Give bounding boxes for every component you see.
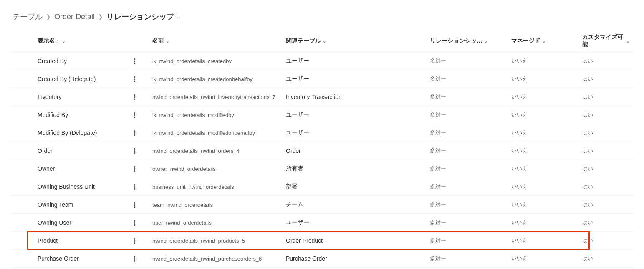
header-display-name[interactable]: 表示名 ↑ ⌄ bbox=[33, 37, 148, 45]
cell-managed: いいえ bbox=[507, 165, 578, 173]
table-row[interactable]: Modified By (Delegate)•••lk_nwind_orderd… bbox=[10, 124, 634, 142]
header-customizable[interactable]: カスタマイズ可能 ⌄ bbox=[578, 33, 634, 48]
table-row[interactable]: Created By•••lk_nwind_orderdetails_creat… bbox=[10, 52, 634, 70]
more-actions-icon[interactable]: ••• bbox=[132, 238, 136, 244]
cell-display-name[interactable]: Purchase Order••• bbox=[33, 255, 148, 262]
cell-customizable: はい bbox=[578, 93, 634, 101]
more-actions-icon[interactable]: ••• bbox=[132, 76, 136, 82]
cell-name: lk_nwind_orderdetails_createdby bbox=[148, 58, 282, 64]
chevron-down-icon[interactable]: ⌄ bbox=[484, 39, 487, 43]
table-row[interactable]: Purchase Order•••nwind_orderdetails_nwin… bbox=[10, 250, 634, 268]
table-row[interactable]: Product•••nwind_orderdetails_nwind_produ… bbox=[10, 232, 634, 250]
chevron-down-icon[interactable]: ⌄ bbox=[323, 39, 326, 43]
header-relationship-type[interactable]: リレーションシッ… ⌄ bbox=[426, 37, 507, 45]
cell-managed: いいえ bbox=[507, 147, 578, 155]
cell-customizable: はい bbox=[578, 147, 634, 155]
cell-name: user_nwind_orderdetails bbox=[148, 220, 282, 226]
cell-relationship-type: 多対一 bbox=[426, 201, 507, 208]
more-actions-icon[interactable]: ••• bbox=[132, 148, 136, 154]
more-actions-icon[interactable]: ••• bbox=[132, 130, 136, 136]
cell-display-name[interactable]: Owning Business Unit••• bbox=[33, 183, 148, 190]
cell-customizable: はい bbox=[578, 201, 634, 208]
chevron-down-icon[interactable]: ⌄ bbox=[626, 39, 629, 43]
cell-managed: いいえ bbox=[507, 219, 578, 226]
more-actions-icon[interactable]: ••• bbox=[132, 112, 136, 118]
cell-name: nwind_orderdetails_nwind_products_5 bbox=[148, 238, 282, 244]
chevron-down-icon[interactable]: ⌄ bbox=[542, 39, 546, 43]
cell-managed: いいえ bbox=[507, 201, 578, 208]
table-row[interactable]: Owning Team•••team_nwind_orderdetailsチーム… bbox=[10, 196, 634, 214]
cell-managed: いいえ bbox=[507, 129, 578, 137]
cell-display-name[interactable]: Owning User••• bbox=[33, 219, 148, 226]
chevron-down-icon[interactable]: ⌄ bbox=[177, 14, 181, 20]
header-name[interactable]: 名前 ⌄ bbox=[148, 37, 282, 45]
cell-name: nwind_orderdetails_nwind_inventorytransa… bbox=[148, 94, 282, 100]
header-managed[interactable]: マネージド ⌄ bbox=[507, 37, 578, 45]
cell-display-name[interactable]: Owning Team••• bbox=[33, 201, 148, 208]
cell-name: nwind_orderdetails_nwind_orders_4 bbox=[148, 148, 282, 154]
breadcrumb-root[interactable]: テーブル bbox=[13, 12, 43, 22]
cell-related-table: ユーザー bbox=[282, 75, 426, 83]
cell-managed: いいえ bbox=[507, 111, 578, 119]
table-row[interactable]: Owner•••owner_nwind_orderdetails所有者多対一いい… bbox=[10, 160, 634, 178]
more-actions-icon[interactable]: ••• bbox=[132, 58, 136, 64]
more-actions-icon[interactable]: ••• bbox=[132, 256, 136, 262]
breadcrumb-table[interactable]: Order Detail bbox=[54, 13, 95, 21]
cell-customizable: はい bbox=[578, 255, 634, 262]
table-header-row: 表示名 ↑ ⌄ 名前 ⌄ 関連テーブル ⌄ リレーションシッ… ⌄ マネージド … bbox=[10, 30, 634, 52]
cell-relationship-type: 多対一 bbox=[426, 183, 507, 190]
cell-customizable: はい bbox=[578, 183, 634, 190]
cell-related-table: Order Product bbox=[282, 237, 426, 244]
more-actions-icon[interactable]: ••• bbox=[132, 166, 136, 172]
cell-relationship-type: 多対一 bbox=[426, 219, 507, 226]
cell-display-name-text: Created By (Delegate) bbox=[38, 76, 96, 82]
cell-display-name[interactable]: Order••• bbox=[33, 147, 148, 154]
cell-relationship-type: 多対一 bbox=[426, 111, 507, 119]
breadcrumb-current[interactable]: リレーションシップ bbox=[106, 12, 174, 22]
cell-display-name-text: Product bbox=[38, 237, 58, 244]
cell-display-name[interactable]: Modified By (Delegate)••• bbox=[33, 129, 148, 136]
cell-customizable: はい bbox=[578, 57, 634, 65]
cell-display-name[interactable]: Product••• bbox=[33, 237, 148, 244]
breadcrumb: テーブル ❯ Order Detail ❯ リレーションシップ ⌄ bbox=[0, 8, 644, 30]
more-actions-icon[interactable]: ••• bbox=[132, 202, 136, 208]
cell-display-name[interactable]: Owner••• bbox=[33, 165, 148, 172]
cell-customizable: はい bbox=[578, 165, 634, 173]
cell-name: business_unit_nwind_orderdetails bbox=[148, 184, 282, 190]
header-related-table[interactable]: 関連テーブル ⌄ bbox=[282, 37, 426, 45]
table-row[interactable]: Owning Business Unit•••business_unit_nwi… bbox=[10, 178, 634, 196]
chevron-down-icon[interactable]: ⌄ bbox=[166, 39, 169, 43]
cell-relationship-type: 多対一 bbox=[426, 147, 507, 155]
cell-display-name-text: Owning Team bbox=[38, 201, 73, 208]
cell-display-name[interactable]: Modified By••• bbox=[33, 112, 148, 118]
cell-relationship-type: 多対一 bbox=[426, 237, 507, 244]
cell-customizable: はい bbox=[578, 129, 634, 137]
cell-customizable: はい bbox=[578, 111, 634, 119]
cell-name: lk_nwind_orderdetails_modifiedby bbox=[148, 112, 282, 118]
cell-managed: いいえ bbox=[507, 183, 578, 190]
table-row[interactable]: Modified By•••lk_nwind_orderdetails_modi… bbox=[10, 106, 634, 124]
cell-display-name[interactable]: Inventory••• bbox=[33, 94, 148, 100]
header-custom-label: カスタマイズ可能 bbox=[582, 33, 624, 48]
cell-display-name-text: Inventory bbox=[38, 94, 62, 100]
cell-display-name-text: Owner bbox=[38, 165, 55, 172]
table-row[interactable]: Created By (Delegate)•••lk_nwind_orderde… bbox=[10, 70, 634, 88]
cell-relationship-type: 多対一 bbox=[426, 165, 507, 173]
table-row[interactable]: Order•••nwind_orderdetails_nwind_orders_… bbox=[10, 142, 634, 160]
cell-display-name-text: Owning Business Unit bbox=[38, 183, 95, 190]
cell-display-name-text: Owning User bbox=[38, 219, 71, 226]
cell-display-name[interactable]: Created By (Delegate)••• bbox=[33, 76, 148, 82]
header-related-label: 関連テーブル bbox=[286, 37, 321, 45]
table-row[interactable]: Owning User•••user_nwind_orderdetailsユーザ… bbox=[10, 214, 634, 232]
cell-name: lk_nwind_orderdetails_createdonbehalfby bbox=[148, 76, 282, 82]
cell-related-table: Purchase Order bbox=[282, 255, 426, 262]
cell-display-name[interactable]: Created By••• bbox=[33, 58, 148, 64]
table-row[interactable]: Inventory•••nwind_orderdetails_nwind_inv… bbox=[10, 88, 634, 106]
more-actions-icon[interactable]: ••• bbox=[132, 220, 136, 226]
cell-customizable: はい bbox=[578, 75, 634, 83]
header-reltype-label: リレーションシッ… bbox=[430, 37, 482, 45]
cell-name: owner_nwind_orderdetails bbox=[148, 166, 282, 172]
more-actions-icon[interactable]: ••• bbox=[132, 184, 136, 190]
chevron-down-icon[interactable]: ⌄ bbox=[62, 39, 65, 43]
more-actions-icon[interactable]: ••• bbox=[132, 94, 136, 100]
